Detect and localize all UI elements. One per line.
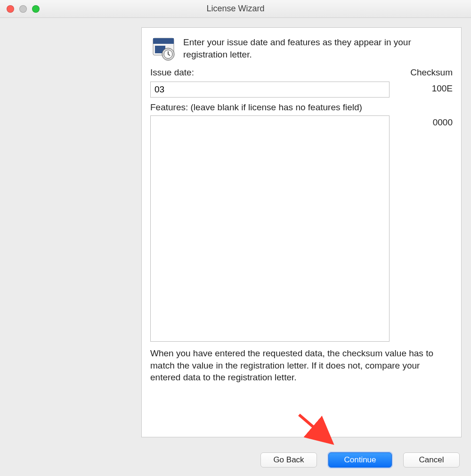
window-title: License Wizard	[0, 4, 471, 14]
window-body: Enter your issue date and features as th…	[0, 18, 471, 476]
minimize-window-button[interactable]	[19, 5, 27, 13]
features-input[interactable]	[150, 115, 390, 342]
checksum-help-text: When you have entered the requested data…	[150, 347, 453, 384]
button-bar: Go Back Continue Cancel	[0, 452, 471, 468]
continue-button[interactable]: Continue	[328, 452, 392, 468]
license-wizard-panel: Enter your issue date and features as th…	[141, 27, 462, 437]
traffic-lights	[7, 5, 40, 13]
close-window-button[interactable]	[7, 5, 14, 13]
checksum-label: Checksum	[396, 67, 453, 78]
zoom-window-button[interactable]	[32, 5, 40, 13]
wizard-icon	[150, 35, 177, 62]
issue-date-section: Issue date: Checksum 100E	[150, 67, 453, 98]
issue-date-label: Issue date:	[150, 67, 390, 78]
go-back-button[interactable]: Go Back	[260, 452, 317, 468]
features-section: 0000	[150, 115, 453, 342]
issue-date-checksum: 100E	[396, 82, 453, 94]
issue-date-input[interactable]	[150, 82, 390, 98]
svg-rect-1	[153, 38, 174, 44]
cancel-button[interactable]: Cancel	[403, 452, 460, 468]
features-checksum: 0000	[396, 115, 453, 128]
features-label: Features: (leave blank if license has no…	[150, 102, 453, 113]
titlebar: License Wizard	[0, 0, 471, 18]
panel-intro-text: Enter your issue date and features as th…	[183, 36, 453, 60]
panel-header: Enter your issue date and features as th…	[150, 35, 453, 62]
